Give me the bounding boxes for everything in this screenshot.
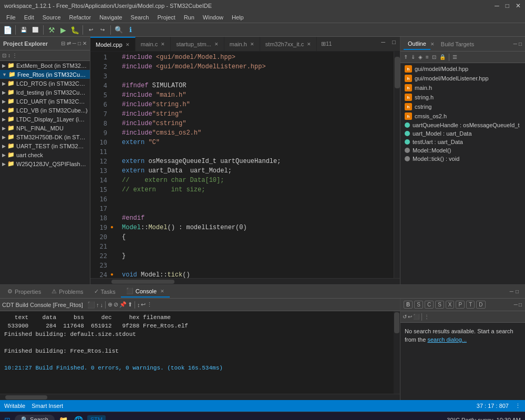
editor-maximize[interactable]: □ <box>392 39 396 45</box>
outline-tb-2[interactable]: ⇓ <box>410 53 416 61</box>
toolbar-new[interactable]: 📄 <box>2 25 13 35</box>
tree-item-extmem[interactable]: ▶ 📁 ExtMem_Boot (in STM32CubeIDE) <box>0 61 90 70</box>
search-dialog-link[interactable]: search dialog... <box>427 336 467 343</box>
tab-outline-close[interactable]: ✕ <box>430 42 435 47</box>
search-panel-x[interactable]: X <box>446 301 455 309</box>
search-panel-t[interactable]: T <box>466 301 475 309</box>
right-maximize-icon[interactable]: □ <box>519 41 522 47</box>
tree-item-lcdvb[interactable]: ▶ 📁 LCD_VB (in STM32Cube...) <box>0 106 90 115</box>
console-wrap-icon[interactable]: ↩ <box>141 301 146 308</box>
search-panel-maximize[interactable]: □ <box>519 302 522 308</box>
menu-search[interactable]: Search <box>127 13 153 22</box>
toolbar-undo[interactable]: ↩ <box>86 25 96 35</box>
tab-mainh-close[interactable]: ✕ <box>250 42 254 47</box>
search-tb-2[interactable]: ↩ <box>408 314 412 320</box>
console-copy-icon[interactable]: ⊕ <box>108 301 112 308</box>
menu-help[interactable]: Help <box>228 13 248 22</box>
tab-more[interactable]: ⊞ 11 <box>317 37 336 51</box>
tab-main-c-close[interactable]: ✕ <box>161 42 165 47</box>
menu-file[interactable]: File <box>2 13 20 22</box>
outline-item-stringh[interactable]: h string.h <box>400 93 525 102</box>
menu-run[interactable]: Run <box>180 13 199 22</box>
explorer-maximize-icon[interactable]: □ <box>78 40 81 46</box>
toolbar-build[interactable]: ⚒ <box>46 25 57 35</box>
console-hscroll[interactable] <box>0 394 400 400</box>
tab-outline[interactable]: Outline <box>404 38 430 50</box>
editor-hscroll-bar[interactable] <box>90 278 400 284</box>
explorer-controls[interactable]: ⊟ ⇌ ─ □ ✕ <box>61 40 87 46</box>
taskbar-stm32[interactable]: STM <box>87 415 106 421</box>
menu-navigate[interactable]: Navigate <box>95 13 126 22</box>
tab-mainh[interactable]: main.h ✕ <box>224 37 260 51</box>
outline-tb-5[interactable]: ⊡ <box>431 53 437 61</box>
toolbar-run[interactable]: ▶ <box>58 25 68 35</box>
search-panel-c[interactable]: C <box>425 301 434 309</box>
explorer-tb-3[interactable]: ⋮ <box>12 53 17 58</box>
tree-item-npl[interactable]: ▶ 📁 NPL_FINAL_MDU <box>0 124 90 132</box>
explorer-tb-1[interactable]: ⊡ <box>2 53 6 58</box>
outline-tb-1[interactable]: ⇑ <box>403 53 409 61</box>
bottom-tab-properties[interactable]: ⚙ Properties <box>2 285 46 298</box>
tree-item-ltdc[interactable]: ▶ 📁 LTDC_Display_1Layer (in STM32Cu... <box>0 115 90 124</box>
menu-window[interactable]: Window <box>199 13 228 22</box>
taskbar-search[interactable]: 🔍 Search <box>15 415 55 420</box>
outline-item-model-hpp[interactable]: h gui/model/Model.hpp <box>400 64 525 74</box>
tree-item-lcduart[interactable]: ▶ 📁 LCD_UART (in STM32CubeIDE) <box>0 97 90 106</box>
outline-item-mainh[interactable]: h main.h <box>400 83 525 93</box>
bottom-tab-console[interactable]: ⬛ Console ✕ <box>121 285 170 298</box>
search-tb-3[interactable]: ⬛ <box>413 314 419 320</box>
outline-tb-7[interactable]: ☰ <box>451 53 458 61</box>
code-view[interactable]: 12345 678910 1112131415 1617181920 21222… <box>90 52 400 278</box>
tab-stm32it-close[interactable]: ✕ <box>307 42 311 47</box>
console-prev-icon[interactable]: ↑ <box>96 302 99 308</box>
tree-item-uartcheck[interactable]: ▶ 📁 uart check <box>0 150 90 159</box>
outline-tb-6[interactable]: 🔒 <box>438 53 447 61</box>
toolbar-saveall[interactable]: ⬜ <box>30 25 40 35</box>
explorer-link-icon[interactable]: ⇌ <box>67 40 71 46</box>
toolbar-save[interactable]: 💾 <box>18 25 29 35</box>
tab-main-c[interactable]: main.c ✕ <box>136 37 171 51</box>
console-close[interactable]: ✕ <box>160 289 164 294</box>
toolbar-debug[interactable]: 🐛 <box>69 25 80 35</box>
outline-item-uartqueue[interactable]: uartQueueHandle : osMessageQueueId_t <box>400 121 525 129</box>
editor-vscroll[interactable] <box>394 52 400 278</box>
explorer-minimize-icon[interactable]: ─ <box>73 40 76 46</box>
minimize-button[interactable]: ─ <box>495 2 499 9</box>
outline-tb-3[interactable]: ◈ <box>417 53 424 61</box>
tree-item-freerots[interactable]: ▼ 📁 Free_Rtos (in STM32CubeIDE) <box>0 70 90 79</box>
menu-project[interactable]: Project <box>153 13 179 22</box>
tree-item-lcdrtos[interactable]: ▶ 📁 LCD_RTOS (in STM32CubeIDE) <box>0 79 90 88</box>
search-panel-p[interactable]: P <box>456 301 465 309</box>
tab-startup[interactable]: startup_stm... ✕ <box>171 37 224 51</box>
tab-model-cpp-close[interactable]: ✕ <box>126 42 130 47</box>
taskbar-chrome[interactable]: 🌐 <box>72 416 85 421</box>
tree-item-w25q[interactable]: ▶ 📁 W25Q128JV_QSPIFlash_ExternalMe... <box>0 159 90 168</box>
outline-item-cmsis[interactable]: h cmsis_os2.h <box>400 111 525 121</box>
outline-item-testuart[interactable]: testUart : uart_Data <box>400 138 525 146</box>
menu-refactor[interactable]: Refactor <box>65 13 96 22</box>
menu-source[interactable]: Source <box>38 13 65 22</box>
outline-item-uartmodel[interactable]: uart_Model : uart_Data <box>400 129 525 138</box>
bottom-minimize-icon[interactable]: ─ <box>510 289 513 294</box>
code-text[interactable]: #include <gui/model/Model.hpp> #include … <box>118 52 394 278</box>
toolbar-redo[interactable]: ↪ <box>97 25 108 35</box>
console-vscroll[interactable] <box>394 311 400 394</box>
console-clear-icon[interactable]: ⊘ <box>114 301 118 308</box>
tab-startup-close[interactable]: ✕ <box>214 42 219 47</box>
editor-minimize[interactable]: ─ <box>381 39 385 45</box>
close-button[interactable]: ✕ <box>516 2 521 9</box>
windows-start[interactable]: ⊞ <box>4 416 11 421</box>
bottom-maximize-icon[interactable]: □ <box>516 289 519 294</box>
tab-model-cpp[interactable]: Model.cpp ✕ <box>90 37 136 51</box>
tree-item-uarttest[interactable]: ▶ 📁 UART_TEST (in STM32CubeIDE) <box>0 141 90 150</box>
search-panel-minimize[interactable]: ─ <box>514 302 518 308</box>
bottom-tab-tasks[interactable]: ✓ Tasks <box>89 285 121 298</box>
console-stop-icon[interactable]: ⬛ <box>87 301 95 309</box>
window-controls[interactable]: ─ □ ✕ <box>495 2 521 9</box>
search-panel-b[interactable]: B <box>404 301 413 309</box>
outline-item-modelmodel[interactable]: Model::Model() <box>400 146 525 155</box>
maximize-button[interactable]: □ <box>506 2 509 9</box>
search-tb-4[interactable]: ⋮ <box>424 314 429 320</box>
toolbar-search[interactable]: 🔍 <box>114 25 124 35</box>
outline-tb-4[interactable]: ≡ <box>425 53 430 61</box>
